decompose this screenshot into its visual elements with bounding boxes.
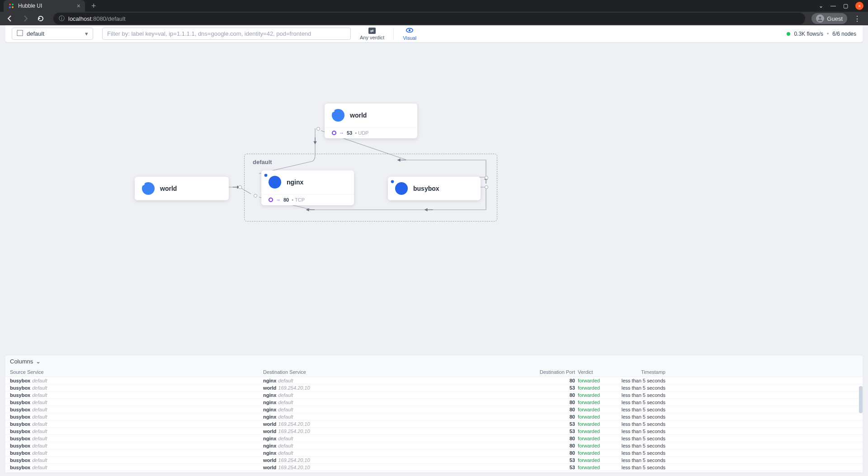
filter-input[interactable] <box>102 28 351 40</box>
flow-row[interactable]: busyboxdefaultnginxdefault80forwardedles… <box>5 406 863 413</box>
port-row[interactable]: → 80 • TCP <box>261 194 354 205</box>
separator: • <box>827 31 829 37</box>
flow-row[interactable]: busyboxdefaultworld169.254.20.1053forwar… <box>5 471 863 472</box>
browser-tab[interactable]: Hubble UI × <box>4 0 85 12</box>
service-card-nginx[interactable]: nginx → 80 • TCP <box>261 170 354 205</box>
dst-namespace: 169.254.20.10 <box>278 429 310 434</box>
verdict: forwarded <box>575 472 620 473</box>
dst-service: nginx <box>263 443 276 448</box>
back-button[interactable] <box>4 12 16 25</box>
flow-row[interactable]: busyboxdefaultworld169.254.20.1053forwar… <box>5 428 863 435</box>
verdict: forwarded <box>575 450 620 456</box>
forward-button[interactable] <box>19 12 32 25</box>
timestamp: less than 5 seconds <box>620 450 665 456</box>
verdict: forwarded <box>575 414 620 419</box>
dst-service: nginx <box>263 407 276 412</box>
verdict: forwarded <box>575 443 620 448</box>
header-source[interactable]: Source Service <box>10 369 263 375</box>
tab-close-icon[interactable]: × <box>77 2 80 9</box>
svg-point-7 <box>409 29 410 31</box>
timestamp: less than 5 seconds <box>620 407 665 412</box>
flows-rate: 0.3K flows/s <box>794 31 823 37</box>
header-destination[interactable]: Destination Service <box>263 369 530 375</box>
header-port[interactable]: Destination Port <box>530 369 575 375</box>
timestamp: less than 5 seconds <box>620 457 665 463</box>
guest-badge[interactable]: Guest <box>811 13 847 24</box>
card-title: world <box>350 112 367 119</box>
flow-row[interactable]: busyboxdefaultnginxdefault80forwardedles… <box>5 435 863 442</box>
src-namespace: default <box>32 465 47 470</box>
dst-port: 53 <box>530 429 575 434</box>
flow-row[interactable]: busyboxdefaultworld169.254.20.1053forwar… <box>5 384 863 391</box>
src-service: busybox <box>10 443 30 448</box>
service-card-busybox[interactable]: busybox <box>388 177 481 200</box>
flow-row[interactable]: busyboxdefaultworld169.254.20.1053forwar… <box>5 457 863 464</box>
columns-toggle[interactable]: Columns ⌄ <box>5 355 863 368</box>
timestamp: less than 5 seconds <box>620 429 665 434</box>
flows-body[interactable]: busyboxdefaultnginxdefault80forwardedles… <box>5 377 863 472</box>
minimize-icon[interactable]: — <box>830 3 836 9</box>
flow-row[interactable]: busyboxdefaultnginxdefault80forwardedles… <box>5 413 863 420</box>
new-tab-button[interactable]: + <box>91 1 96 11</box>
info-icon[interactable]: ⓘ <box>59 14 65 23</box>
globe-icon <box>142 182 155 195</box>
dst-service: world <box>263 465 276 470</box>
browser-chrome: Hubble UI × + ⌄ — ▢ × ⓘ localhost:8080/d… <box>0 0 868 25</box>
columns-label: Columns <box>10 358 33 365</box>
service-card-world-top[interactable]: world → 53 • UDP <box>325 104 417 138</box>
visual-label: Visual <box>403 35 416 41</box>
verdict-filter[interactable]: ⇄ Any verdict <box>360 28 384 40</box>
service-map[interactable]: default world → 53 • UDP <box>0 42 868 355</box>
svg-point-2 <box>9 6 11 8</box>
flow-row[interactable]: busyboxdefaultworld169.254.20.1053forwar… <box>5 420 863 428</box>
reload-button[interactable] <box>34 12 47 25</box>
maximize-icon[interactable]: ▢ <box>843 3 848 9</box>
namespace-icon <box>17 30 23 38</box>
chevron-down-icon: ▾ <box>85 30 88 37</box>
svg-point-3 <box>12 6 14 8</box>
chevron-down-icon[interactable]: ⌄ <box>819 3 823 9</box>
dst-namespace: default <box>278 450 293 456</box>
service-card-world-left[interactable]: world <box>135 177 229 200</box>
header-verdict[interactable]: Verdict <box>575 369 620 375</box>
src-namespace: default <box>32 429 47 434</box>
k8s-icon <box>395 182 408 195</box>
dst-port: 53 <box>530 421 575 427</box>
verdict: forwarded <box>575 421 620 427</box>
dst-namespace: default <box>278 400 293 405</box>
timestamp: less than 5 seconds <box>620 421 665 427</box>
port-row[interactable]: → 53 • UDP <box>325 127 417 138</box>
close-icon[interactable]: × <box>855 2 863 10</box>
namespace-select[interactable]: default ▾ <box>12 28 93 40</box>
src-namespace: default <box>32 378 47 383</box>
visual-toggle[interactable]: Visual <box>403 27 416 41</box>
dst-port: 80 <box>530 436 575 441</box>
dst-port: 80 <box>530 443 575 448</box>
verdict: forwarded <box>575 392 620 398</box>
connection-dot <box>316 127 320 131</box>
flow-row[interactable]: busyboxdefaultworld169.254.20.1053forwar… <box>5 464 863 471</box>
svg-point-13 <box>391 180 394 184</box>
dst-namespace: default <box>278 378 293 383</box>
dst-service: world <box>263 421 276 427</box>
port-number: 53 <box>347 130 352 136</box>
src-service: busybox <box>10 400 30 405</box>
dst-service: world <box>263 429 276 434</box>
kebab-menu-icon[interactable]: ⋮ <box>854 14 861 23</box>
namespace-value: default <box>27 30 44 37</box>
src-service: busybox <box>10 457 30 463</box>
flow-row[interactable]: busyboxdefaultnginxdefault80forwardedles… <box>5 442 863 449</box>
verdict: forwarded <box>575 400 620 405</box>
flow-row[interactable]: busyboxdefaultnginxdefault80forwardedles… <box>5 391 863 399</box>
src-namespace: default <box>32 421 47 427</box>
header-timestamp[interactable]: Timestamp <box>620 369 665 375</box>
connection-dot <box>485 176 488 179</box>
src-service: busybox <box>10 392 30 398</box>
flow-row[interactable]: busyboxdefaultnginxdefault80forwardedles… <box>5 377 863 384</box>
dst-namespace: 169.254.20.10 <box>278 457 310 463</box>
scrollbar-thumb[interactable] <box>859 386 863 413</box>
flow-row[interactable]: busyboxdefaultnginxdefault80forwardedles… <box>5 449 863 457</box>
flow-row[interactable]: busyboxdefaultnginxdefault80forwardedles… <box>5 399 863 406</box>
timestamp: less than 5 seconds <box>620 400 665 405</box>
url-bar[interactable]: ⓘ localhost:8080/default <box>53 13 805 24</box>
